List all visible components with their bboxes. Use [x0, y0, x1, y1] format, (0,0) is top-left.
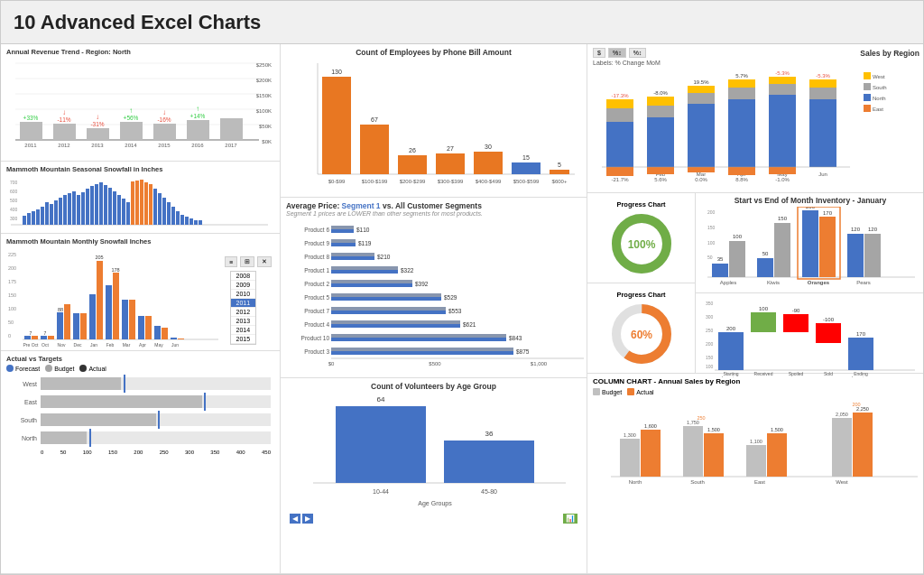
svg-rect-91	[24, 336, 31, 339]
svg-text:$0K: $0K	[262, 139, 272, 144]
svg-rect-51	[59, 198, 62, 225]
svg-text:100%: 100%	[627, 238, 655, 251]
revenue-chart-title: Annual Revenue Trend - Region: North	[6, 48, 274, 56]
clear-btn[interactable]: ✕	[257, 256, 272, 267]
north-label: North	[10, 435, 37, 441]
nav-chart[interactable]: 📊	[563, 514, 578, 524]
svg-text:150: 150	[707, 225, 716, 230]
svg-rect-47	[41, 207, 44, 225]
svg-text:↑: ↑	[196, 105, 199, 113]
svg-text:$0: $0	[328, 361, 335, 366]
year-2008[interactable]: 2008	[231, 272, 256, 281]
svg-text:2014: 2014	[125, 143, 137, 148]
svg-text:Product 10: Product 10	[301, 335, 330, 341]
svg-text:West: West	[836, 479, 848, 485]
svg-rect-319	[767, 433, 787, 477]
svg-rect-116	[145, 316, 152, 339]
percent-tab[interactable]: %↕	[608, 48, 626, 58]
svg-text:$100-$199: $100-$199	[362, 179, 388, 184]
svg-text:200: 200	[852, 402, 860, 407]
nav-play[interactable]: ▶	[302, 514, 313, 524]
year-2009[interactable]: 2009	[231, 281, 256, 290]
filter-btn[interactable]: ≡	[225, 256, 237, 267]
main-grid: Annual Revenue Trend - Region: North $25…	[1, 44, 923, 574]
percentmom-tab[interactable]: %↕	[629, 48, 647, 58]
year-2011[interactable]: 2011	[231, 299, 256, 308]
svg-rect-61	[104, 185, 107, 225]
svg-rect-324	[853, 413, 873, 477]
year-selector[interactable]: ≡ ⊞ ✕ 2008 2009 2010 2011 2012 2013 2014	[225, 256, 273, 269]
nav-left[interactable]: ◀ ▶	[290, 514, 313, 524]
inventory-charts: Start vs End of Month Inventory - Januar…	[696, 193, 923, 373]
sales-region-panel: $ %↕ %↕ Sales by Region Labels: % Change…	[587, 44, 923, 193]
svg-text:$500-$599: $500-$599	[513, 179, 540, 184]
year-2010[interactable]: 2010	[231, 290, 256, 299]
south-track	[41, 413, 271, 426]
svg-text:$110: $110	[356, 227, 370, 233]
svg-text:5.6%: 5.6%	[654, 177, 667, 182]
west-track	[41, 377, 271, 390]
progress2-panel: Progress Chart 60%	[587, 283, 695, 373]
year-list[interactable]: 2008 2009 2010 2011 2012 2013 2014 2015	[230, 271, 257, 345]
svg-rect-115	[138, 316, 144, 339]
svg-text:-11%: -11%	[57, 116, 70, 123]
middle-column: Count of Employees by Phone Bill Amount …	[281, 44, 587, 574]
svg-text:27: 27	[447, 145, 454, 152]
svg-rect-289	[718, 332, 744, 370]
svg-rect-81	[194, 220, 198, 225]
svg-text:50: 50	[707, 255, 713, 260]
svg-rect-98	[64, 304, 70, 339]
svg-rect-239	[769, 77, 796, 84]
year-2014[interactable]: 2014	[231, 326, 256, 335]
svg-text:1,600: 1,600	[644, 423, 657, 429]
svg-text:200: 200	[706, 341, 714, 347]
x300: 300	[185, 450, 194, 455]
svg-rect-46	[36, 209, 40, 225]
svg-rect-307	[620, 439, 640, 477]
year-2012[interactable]: 2012	[231, 308, 256, 317]
svg-text:0: 0	[8, 333, 11, 339]
sort-btn[interactable]: ⊞	[240, 256, 254, 267]
svg-rect-15	[53, 124, 76, 140]
svg-rect-296	[783, 314, 808, 332]
svg-text:400: 400	[10, 207, 18, 212]
svg-rect-318	[746, 445, 766, 477]
x0: 0	[41, 450, 43, 455]
x150: 150	[108, 450, 117, 455]
svg-text:$210: $210	[377, 254, 391, 260]
north-track	[41, 431, 271, 444]
svg-rect-45	[32, 211, 35, 225]
svg-rect-179	[331, 320, 460, 324]
svg-rect-67	[131, 181, 134, 225]
chart-nav: ◀ ▶ 📊	[286, 514, 581, 524]
svg-text:$322: $322	[401, 267, 414, 274]
svg-rect-267	[802, 210, 818, 277]
svg-rect-50	[54, 200, 58, 225]
nav-prev[interactable]: ◀	[290, 514, 300, 524]
legend-forecast: Forecast	[6, 365, 40, 372]
actual-color	[627, 388, 634, 395]
avg-price-header: Average Price: Segment 1 vs. All Custome…	[286, 201, 581, 217]
svg-text:May: May	[154, 342, 163, 348]
svg-text:67: 67	[371, 116, 378, 123]
svg-text:North: North	[629, 479, 642, 485]
year-2015[interactable]: 2015	[231, 335, 256, 344]
svg-rect-105	[97, 261, 103, 339]
dollar-tab[interactable]: $	[593, 48, 605, 58]
svg-rect-23	[120, 122, 143, 140]
svg-rect-209	[606, 122, 633, 167]
year-2013[interactable]: 2013	[231, 317, 256, 326]
sales-header: $ %↕ %↕ Sales by Region	[593, 48, 919, 58]
revenue-svg: $250K $200K $150K $100K $50K $0K	[6, 58, 275, 153]
svg-text:↑: ↑	[129, 107, 133, 115]
svg-text:500: 500	[10, 198, 18, 203]
budget-dot	[45, 365, 52, 372]
sales-tabs[interactable]: $ %↕ %↕	[593, 48, 647, 58]
svg-text:2011: 2011	[24, 143, 37, 148]
svg-rect-262	[757, 258, 773, 277]
svg-text:+33%: +33%	[23, 115, 39, 121]
svg-rect-246	[809, 79, 836, 88]
actual-label: Actual	[88, 366, 106, 372]
svg-text:+56%: +56%	[124, 115, 139, 121]
svg-text:150: 150	[706, 355, 714, 360]
